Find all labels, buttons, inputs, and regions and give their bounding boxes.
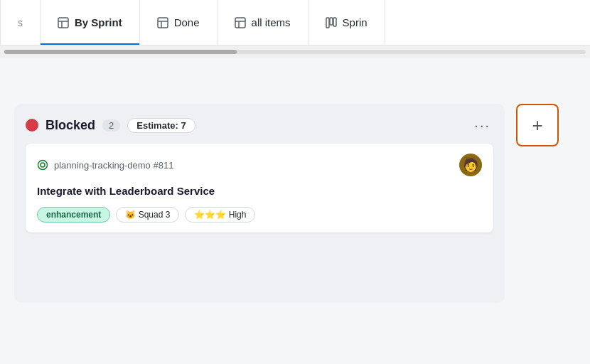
- blocked-status-dot: [26, 119, 38, 132]
- horizontal-scrollbar[interactable]: [0, 46, 590, 58]
- tab-sprint-label: Sprin: [343, 16, 368, 28]
- scrollbar-thumb: [4, 50, 237, 54]
- tag-priority[interactable]: ⭐⭐⭐ High: [185, 207, 255, 223]
- main-content: Blocked 2 Estimate: 7 ··· planning-track…: [0, 87, 590, 317]
- column-count-badge: 2: [102, 119, 120, 132]
- tab-ellipsis[interactable]: s: [0, 0, 41, 45]
- column-estimate-badge: Estimate: 7: [127, 118, 195, 133]
- svg-rect-9: [326, 18, 329, 28]
- tab-done-label: Done: [174, 16, 200, 28]
- tab-sprint[interactable]: Sprin: [309, 0, 385, 45]
- tab-bar: s By Sprint Done: [0, 0, 590, 46]
- svg-rect-3: [158, 18, 168, 28]
- svg-rect-0: [58, 18, 68, 28]
- issue-status-icon: [37, 159, 48, 171]
- issue-ref-text: planning-tracking-demo #811: [54, 160, 173, 171]
- tab-done[interactable]: Done: [140, 0, 218, 45]
- tag-squad[interactable]: 🐱 Squad 3: [116, 207, 179, 223]
- svg-rect-10: [330, 18, 333, 25]
- add-icon: +: [532, 114, 542, 136]
- table-icon: [58, 17, 69, 28]
- tab-all-items-label: all items: [252, 16, 291, 28]
- kanban-icon: [326, 17, 337, 28]
- column-title: Blocked: [45, 118, 95, 133]
- issue-ref: planning-tracking-demo #811: [37, 159, 173, 171]
- table-icon-done: [157, 17, 168, 28]
- column-more-button[interactable]: ···: [471, 117, 493, 134]
- table-icon-all: [235, 17, 246, 28]
- content-spacer: [0, 58, 590, 87]
- tab-by-sprint-label: By Sprint: [75, 16, 122, 28]
- card-top-row: planning-tracking-demo #811 🧑: [37, 154, 482, 176]
- avatar-emoji: 🧑: [463, 157, 478, 173]
- svg-point-12: [38, 161, 48, 170]
- avatar: 🧑: [459, 154, 482, 176]
- scrollbar-track: [4, 50, 586, 54]
- blocked-column: Blocked 2 Estimate: 7 ··· planning-track…: [14, 104, 505, 303]
- svg-rect-11: [333, 18, 336, 26]
- svg-rect-6: [235, 18, 245, 28]
- tab-by-sprint[interactable]: By Sprint: [41, 0, 140, 45]
- tab-all-items[interactable]: all items: [218, 0, 309, 45]
- tab-ellipsis-label: s: [18, 17, 23, 28]
- column-header: Blocked 2 Estimate: 7 ···: [26, 117, 493, 134]
- issue-card[interactable]: planning-tracking-demo #811 🧑 Integrate …: [26, 144, 493, 232]
- tags-row: enhancement 🐱 Squad 3 ⭐⭐⭐ High: [37, 207, 482, 223]
- add-column-button[interactable]: +: [516, 104, 559, 146]
- issue-title: Integrate with Leaderboard Service: [37, 183, 482, 198]
- svg-point-13: [41, 163, 45, 167]
- tag-enhancement[interactable]: enhancement: [37, 207, 110, 223]
